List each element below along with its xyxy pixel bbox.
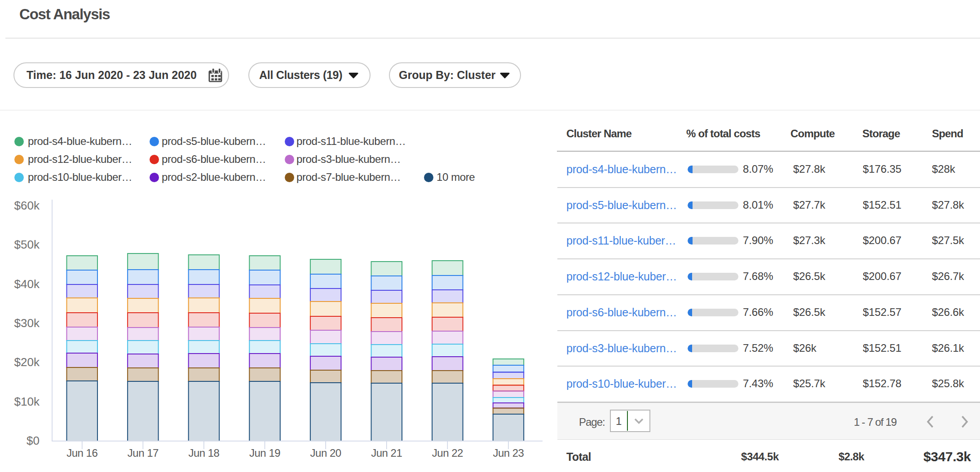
svg-text:Jun 20: Jun 20: [310, 447, 341, 459]
svg-text:$30k: $30k: [14, 316, 40, 330]
svg-text:Jun 17: Jun 17: [128, 447, 159, 459]
svg-text:$50k: $50k: [14, 238, 40, 251]
svg-text:Jun 22: Jun 22: [432, 447, 463, 459]
svg-text:Jun 18: Jun 18: [188, 447, 219, 459]
svg-text:$40k: $40k: [14, 277, 40, 291]
svg-text:Jun 21: Jun 21: [371, 447, 402, 459]
svg-text:$10k: $10k: [14, 395, 40, 408]
svg-text:$0: $0: [26, 434, 40, 447]
svg-text:Jun 19: Jun 19: [249, 447, 280, 459]
svg-text:$60k: $60k: [14, 199, 40, 212]
svg-text:Jun 23: Jun 23: [493, 447, 524, 459]
svg-text:$20k: $20k: [14, 355, 40, 369]
svg-text:Jun 16: Jun 16: [66, 447, 97, 459]
